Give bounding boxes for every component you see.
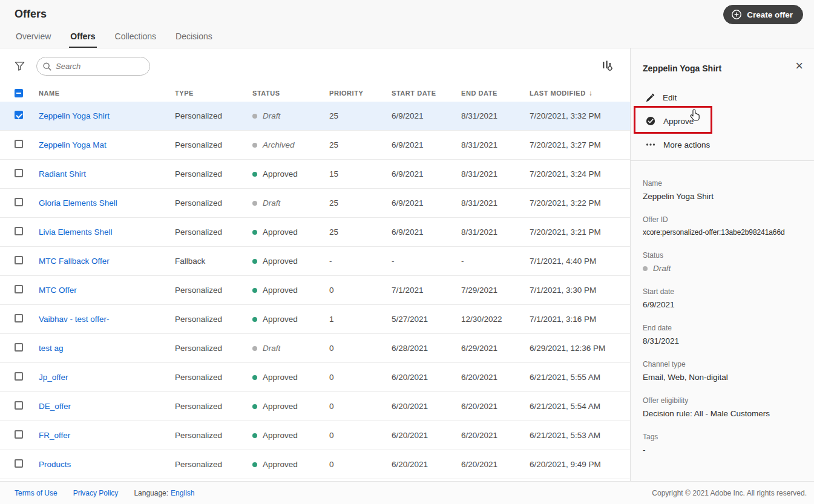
offer-status: Draft xyxy=(252,111,329,120)
table-row[interactable]: MTC Fallback Offer Fallback Approved - -… xyxy=(0,247,630,276)
row-checkbox[interactable] xyxy=(15,227,23,235)
status-dot-icon xyxy=(252,433,257,438)
table-row[interactable]: Zeppelin Yoga Shirt Personalized Draft 2… xyxy=(0,102,630,131)
search-input[interactable] xyxy=(56,58,145,74)
row-checkbox[interactable] xyxy=(15,372,23,381)
table-row[interactable]: DE_offer Personalized Approved 0 6/20/20… xyxy=(0,392,630,421)
offer-name-link[interactable]: FR_offer xyxy=(39,431,70,440)
row-checkbox[interactable] xyxy=(15,285,23,293)
row-checkbox[interactable] xyxy=(15,111,23,119)
create-offer-button[interactable]: Create offer xyxy=(723,5,803,24)
row-checkbox[interactable] xyxy=(15,169,23,177)
field-value: 6/9/2021 xyxy=(643,300,804,309)
status-text: Archived xyxy=(263,140,295,149)
offer-name-link[interactable]: MTC Fallback Offer xyxy=(39,257,110,266)
row-checkbox[interactable] xyxy=(15,343,23,352)
filter-icon[interactable] xyxy=(15,61,25,74)
row-checkbox[interactable] xyxy=(15,314,23,322)
field-value: 8/31/2021 xyxy=(643,336,804,345)
column-header-type[interactable]: TYPE xyxy=(175,90,252,97)
tabs: OverviewOffersCollectionsDecisions xyxy=(15,31,214,48)
offer-name-link[interactable]: DE_offer xyxy=(39,402,71,411)
column-header-priority[interactable]: PRIORITY xyxy=(329,90,392,97)
row-checkbox[interactable] xyxy=(15,198,23,206)
panel-field: Status Draft xyxy=(643,251,804,273)
status-dot-icon xyxy=(252,404,257,409)
field-value: Zeppelin Yoga Shirt xyxy=(643,192,804,201)
tab-overview[interactable]: Overview xyxy=(15,31,52,48)
row-checkbox[interactable] xyxy=(15,430,23,439)
table-row[interactable]: Vaibhav - test offer- Personalized Appro… xyxy=(0,305,630,334)
offer-name-link[interactable]: test ag xyxy=(39,344,64,353)
privacy-policy-link[interactable]: Privacy Policy xyxy=(73,489,119,497)
status-text: Approved xyxy=(263,315,298,324)
offer-priority: 15 xyxy=(329,169,392,178)
offer-last-modified: 7/20/2021, 3:22 PM xyxy=(530,198,615,208)
offer-name-link[interactable]: Vaibhav - test offer- xyxy=(39,315,110,324)
status-text: Approved xyxy=(263,257,298,266)
table-row[interactable]: MTC Offer Personalized Approved 0 7/1/20… xyxy=(0,276,630,305)
offer-type: Personalized xyxy=(175,111,252,120)
row-checkbox[interactable] xyxy=(15,256,23,264)
sort-desc-icon: ↓ xyxy=(589,89,593,97)
column-header-status[interactable]: STATUS xyxy=(252,90,329,97)
table-row[interactable]: Gloria Elements Shell Personalized Draft… xyxy=(0,189,630,218)
table-row[interactable]: Zeppelin Yoga Mat Personalized Archived … xyxy=(0,131,630,160)
approve-action[interactable]: Approve xyxy=(631,108,814,134)
tab-offers[interactable]: Offers xyxy=(69,31,96,48)
offer-name-link[interactable]: MTC Offer xyxy=(39,286,77,295)
row-checkbox[interactable] xyxy=(15,459,23,468)
table-row[interactable]: Radiant Shirt Personalized Approved 15 6… xyxy=(0,160,630,189)
edit-action-label: Edit xyxy=(663,93,677,102)
offer-name-link[interactable]: Zeppelin Yoga Mat xyxy=(39,140,107,149)
offer-type: Personalized xyxy=(175,315,252,324)
language-label: Language: xyxy=(134,489,168,497)
column-settings-icon[interactable] xyxy=(602,60,613,74)
offer-name-link[interactable]: Jp_offer xyxy=(39,373,68,382)
offer-priority: 0 xyxy=(329,344,392,353)
table-row[interactable]: FR_offer Personalized Approved 0 6/20/20… xyxy=(0,421,630,450)
page-title: Offers xyxy=(15,8,47,21)
offer-detail-panel: Zeppelin Yoga Shirt × Edit Approve More … xyxy=(630,48,814,481)
offer-start-date: 6/20/2021 xyxy=(392,431,461,440)
offer-name-link[interactable]: Radiant Shirt xyxy=(39,169,86,178)
more-actions[interactable]: More actions xyxy=(631,134,814,155)
offer-end-date: 8/31/2021 xyxy=(461,198,530,208)
table-row[interactable]: test ag Personalized Draft 0 6/28/2021 6… xyxy=(0,334,630,363)
tab-decisions[interactable]: Decisions xyxy=(174,31,214,48)
column-header-end-date[interactable]: END DATE xyxy=(461,90,530,97)
field-value: Draft xyxy=(643,264,804,273)
column-header-last-modified[interactable]: LAST MODIFIED ↓ xyxy=(530,89,615,97)
edit-action[interactable]: Edit xyxy=(631,87,814,108)
offer-end-date: 6/20/2021 xyxy=(461,373,530,382)
terms-of-use-link[interactable]: Terms of Use xyxy=(15,489,57,497)
offer-type: Personalized xyxy=(175,402,252,411)
tab-collections[interactable]: Collections xyxy=(114,31,157,48)
table-row[interactable]: Jp_offer Personalized Approved 0 6/20/20… xyxy=(0,363,630,392)
column-header-name[interactable]: NAME xyxy=(39,90,175,97)
offer-priority: 25 xyxy=(329,198,392,208)
close-icon[interactable]: × xyxy=(795,59,803,73)
offer-status: Draft xyxy=(252,198,329,208)
offer-name-link[interactable]: Gloria Elements Shell xyxy=(39,198,117,208)
table-row[interactable]: Products Personalized Approved 0 6/20/20… xyxy=(0,450,630,479)
field-label: Offer ID xyxy=(643,215,804,224)
offer-name-link[interactable]: Zeppelin Yoga Shirt xyxy=(39,111,110,120)
status-text: Draft xyxy=(263,344,280,353)
status-dot-icon xyxy=(252,114,257,119)
row-checkbox[interactable] xyxy=(15,140,23,148)
select-all-checkbox[interactable] xyxy=(15,89,23,97)
offer-name-link[interactable]: Livia Elements Shell xyxy=(39,227,113,237)
offer-end-date: 8/31/2021 xyxy=(461,140,530,149)
offer-name-link[interactable]: Products xyxy=(39,460,71,469)
offer-start-date: 6/28/2021 xyxy=(392,344,461,353)
row-checkbox[interactable] xyxy=(15,401,23,410)
column-header-start-date[interactable]: START DATE xyxy=(392,90,461,97)
language-link[interactable]: English xyxy=(171,489,194,497)
offer-end-date: 6/20/2021 xyxy=(461,460,530,469)
search-icon xyxy=(42,62,52,74)
more-actions-icon xyxy=(646,143,655,146)
offer-status: Approved xyxy=(252,169,329,178)
offer-type: Personalized xyxy=(175,344,252,353)
table-row[interactable]: Livia Elements Shell Personalized Approv… xyxy=(0,218,630,247)
